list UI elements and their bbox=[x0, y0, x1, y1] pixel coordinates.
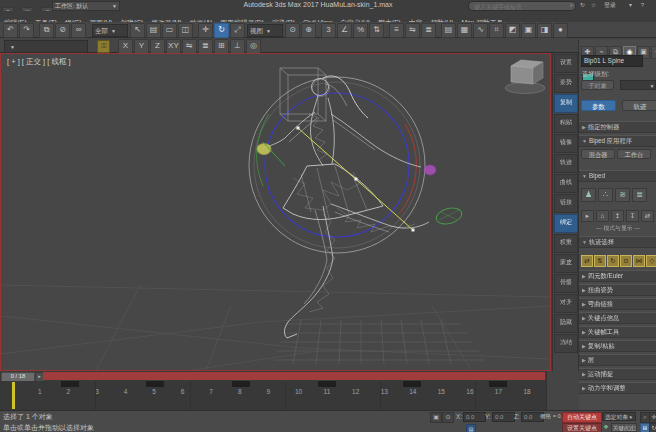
mirror-tool-icon[interactable]: ⇋ bbox=[182, 39, 197, 54]
key-filters-button[interactable]: 关键点过滤器... bbox=[611, 423, 637, 432]
symmetrical-icon[interactable]: ⋈ bbox=[633, 255, 645, 267]
search-icon[interactable]: ⌕ bbox=[570, 2, 573, 9]
rollout-0[interactable]: ▶指定控制器 bbox=[579, 121, 656, 133]
rollout-7[interactable]: ▶关键点信息 bbox=[579, 312, 656, 324]
use-pivot-center-icon[interactable]: ⊙ bbox=[285, 23, 300, 38]
body-horizontal-icon[interactable]: ⇄ bbox=[581, 255, 593, 267]
track-key-17[interactable] bbox=[489, 381, 507, 387]
select-manipulate-icon[interactable]: ⊕ bbox=[301, 23, 316, 38]
quick-align-icon[interactable]: ⊞ bbox=[214, 39, 229, 54]
rollout-10[interactable]: ▶层 bbox=[579, 354, 656, 366]
sync-icon[interactable]: ↻ bbox=[578, 1, 587, 10]
select-move-icon[interactable]: ✛ bbox=[198, 23, 213, 38]
track-key-2[interactable] bbox=[61, 381, 79, 387]
strip-item-5[interactable]: 轨迹 bbox=[554, 154, 578, 173]
select-scale-icon[interactable]: ⤢ bbox=[230, 23, 245, 38]
auto-key-button[interactable]: 自动关键点 bbox=[562, 412, 602, 423]
axis-x-icon[interactable]: X bbox=[118, 39, 133, 54]
add-time-tag[interactable]: ▤ 添加时间标记 bbox=[466, 424, 521, 432]
spinner-snap-icon[interactable]: ⇅ bbox=[369, 23, 384, 38]
rollout-3[interactable]: ▼轨迹选择 bbox=[579, 236, 656, 248]
strip-item-6[interactable]: 曲线 bbox=[554, 174, 578, 193]
render-frame-icon[interactable]: ◨ bbox=[537, 23, 552, 38]
strip-item-3[interactable]: 粘贴 bbox=[554, 114, 578, 133]
sign-in-label[interactable]: 登录 bbox=[604, 1, 616, 10]
rollout-12[interactable]: ▶动力学和调整 bbox=[579, 382, 656, 394]
named-selection-sets-icon[interactable]: ≡ bbox=[389, 23, 404, 38]
time-slider-track-autokey[interactable] bbox=[43, 372, 545, 380]
align-icon[interactable]: ≣ bbox=[421, 23, 436, 38]
save-file-icon[interactable]: ↧ bbox=[626, 210, 639, 222]
strip-item-13[interactable]: 隐藏 bbox=[554, 314, 578, 333]
rollout-8[interactable]: ▶关键帧工具 bbox=[579, 326, 656, 338]
angle-snap-icon[interactable]: ∠ bbox=[337, 23, 352, 38]
help-search-box[interactable]: ⌕ bbox=[468, 1, 576, 11]
body-rotation-icon[interactable]: ↻ bbox=[607, 255, 619, 267]
current-frame-marker[interactable] bbox=[12, 382, 15, 409]
trajectories-button[interactable]: 轨迹 bbox=[622, 100, 656, 111]
track-key-8[interactable] bbox=[232, 381, 250, 387]
perspective-viewport[interactable]: [ + ] [ 正交 ] [ 线框 ] bbox=[0, 53, 551, 371]
y-coordinate-field[interactable]: 0.0 bbox=[492, 412, 515, 422]
track-key-11[interactable] bbox=[318, 381, 336, 387]
sub-object-button[interactable]: 子对象 bbox=[581, 80, 614, 90]
convert-icon[interactable]: ⇄ bbox=[641, 210, 654, 222]
strip-item-14[interactable]: 冻结 bbox=[554, 334, 578, 353]
align-camera-icon[interactable]: ◎ bbox=[246, 39, 261, 54]
track-bar[interactable]: 123456789101112131415161718 bbox=[0, 381, 546, 411]
unlink-icon[interactable]: ⊘ bbox=[55, 23, 70, 38]
rollout-11[interactable]: ▶运动捕捉 bbox=[579, 368, 656, 380]
rollout-2[interactable]: ▼Biped bbox=[579, 170, 656, 182]
graphite-ribbon-icon[interactable]: ▦ bbox=[457, 23, 472, 38]
pan-viewport-icon[interactable]: ✛ bbox=[649, 412, 656, 423]
reference-coordinate-dropdown[interactable]: 视图▼ bbox=[247, 24, 283, 37]
window-crossing-icon[interactable]: ◫ bbox=[178, 23, 193, 38]
orbit-viewport-icon[interactable]: ↻ bbox=[649, 423, 656, 432]
biped-key-icon[interactable]: ❖ bbox=[602, 423, 610, 432]
render-icon[interactable]: ● bbox=[553, 23, 568, 38]
align-tool-icon[interactable]: ≣ bbox=[198, 39, 213, 54]
percent-snap-icon[interactable]: % bbox=[353, 23, 368, 38]
strip-item-11[interactable]: 骨骼 bbox=[554, 274, 578, 293]
x-coordinate-field[interactable]: 0.0 bbox=[463, 412, 486, 422]
rollout-9[interactable]: ▶复制/粘贴 bbox=[579, 340, 656, 352]
biped-playback-icon[interactable]: ▸ bbox=[581, 210, 594, 222]
rollout-6[interactable]: ▶弯曲链接 bbox=[579, 298, 656, 310]
strip-item-10[interactable]: 蒙皮 bbox=[554, 254, 578, 273]
in-place-mode-icon[interactable]: ⌂ bbox=[596, 210, 609, 222]
strip-item-2[interactable]: 复制 bbox=[554, 94, 578, 113]
favorites-icon[interactable]: ☆ bbox=[589, 1, 598, 10]
object-name-field[interactable]: Bip01 L Spine bbox=[581, 55, 643, 67]
rollout-button-1[interactable]: 工作台 bbox=[617, 149, 651, 159]
undo-icon[interactable]: ↶ bbox=[3, 23, 18, 38]
normal-align-icon[interactable]: ⊥ bbox=[230, 39, 245, 54]
region-select-icon[interactable]: ▭ bbox=[162, 23, 177, 38]
strip-item-1[interactable]: 姿势 bbox=[554, 74, 578, 93]
select-object-icon[interactable]: ↖ bbox=[130, 23, 145, 38]
workspace-dropdown[interactable]: 工作区: 默认 ▼ bbox=[52, 1, 120, 11]
mirror-icon[interactable]: ⇋ bbox=[405, 23, 420, 38]
set-key-button[interactable]: 设置关键点 bbox=[562, 423, 602, 432]
isolate-selection-icon[interactable]: ▣ bbox=[430, 412, 442, 423]
strip-item-7[interactable]: 链接 bbox=[554, 194, 578, 213]
selection-lock-icon[interactable]: ⊙ bbox=[442, 412, 454, 423]
track-key-5[interactable] bbox=[146, 381, 164, 387]
rollout-1[interactable]: ▼Biped 应用程序 bbox=[579, 135, 656, 147]
rollout-5[interactable]: ▶扭曲姿势 bbox=[579, 284, 656, 296]
track-key-14[interactable] bbox=[403, 381, 421, 387]
redo-icon[interactable]: ↷ bbox=[19, 23, 34, 38]
render-setup-icon[interactable]: ▣ bbox=[521, 23, 536, 38]
selection-filter-dropdown[interactable]: 全部▼ bbox=[92, 24, 128, 37]
motion-flow-mode-icon[interactable]: ≋ bbox=[615, 188, 630, 202]
rollout-button-0[interactable]: 混合器 bbox=[581, 149, 615, 159]
curve-editor-icon[interactable]: ∿ bbox=[473, 23, 488, 38]
strip-item-12[interactable]: 对齐 bbox=[554, 294, 578, 313]
chevron-down-icon[interactable]: ▾ bbox=[626, 1, 635, 10]
lock-com-keying-icon[interactable]: ⊙ bbox=[620, 255, 632, 267]
strip-item-8[interactable]: 绑定 bbox=[554, 214, 578, 233]
named-selection-set-dropdown[interactable]: ▼ bbox=[4, 40, 88, 53]
select-by-name-icon[interactable]: ▤ bbox=[146, 23, 161, 38]
load-file-icon[interactable]: ↥ bbox=[611, 210, 624, 222]
opposite-icon[interactable]: ◇ bbox=[646, 255, 656, 267]
rollout-4[interactable]: ▶四元数/Euler bbox=[579, 270, 656, 282]
